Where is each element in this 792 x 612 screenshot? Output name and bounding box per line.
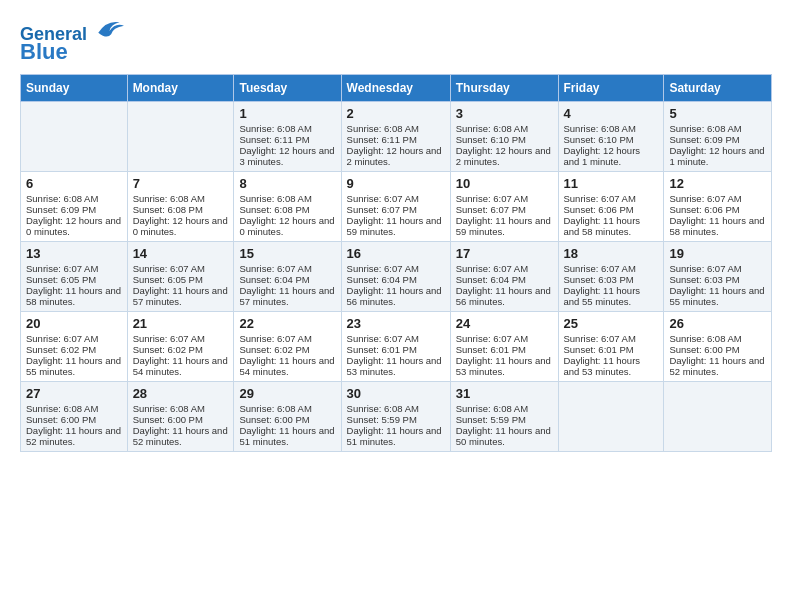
day-cell: 24 Sunrise: 6:07 AM Sunset: 6:01 PM Dayl… xyxy=(450,311,558,381)
day-cell: 7 Sunrise: 6:08 AM Sunset: 6:08 PM Dayli… xyxy=(127,171,234,241)
daylight: Daylight: 12 hours and 3 minutes. xyxy=(239,145,334,167)
daylight: Daylight: 11 hours and 54 minutes. xyxy=(239,355,334,377)
sunrise: Sunrise: 6:07 AM xyxy=(239,333,311,344)
daylight: Daylight: 12 hours and 2 minutes. xyxy=(456,145,551,167)
day-number: 28 xyxy=(133,386,229,401)
daylight: Daylight: 11 hours and 59 minutes. xyxy=(347,215,442,237)
day-number: 8 xyxy=(239,176,335,191)
day-cell: 29 Sunrise: 6:08 AM Sunset: 6:00 PM Dayl… xyxy=(234,381,341,451)
day-number: 14 xyxy=(133,246,229,261)
day-number: 22 xyxy=(239,316,335,331)
daylight: Daylight: 11 hours and 52 minutes. xyxy=(133,425,228,447)
daylight: Daylight: 11 hours and 52 minutes. xyxy=(669,355,764,377)
sunset: Sunset: 6:10 PM xyxy=(456,134,526,145)
daylight: Daylight: 11 hours and 52 minutes. xyxy=(26,425,121,447)
day-number: 23 xyxy=(347,316,445,331)
sunset: Sunset: 6:00 PM xyxy=(239,414,309,425)
day-cell: 3 Sunrise: 6:08 AM Sunset: 6:10 PM Dayli… xyxy=(450,101,558,171)
day-number: 1 xyxy=(239,106,335,121)
header-cell-friday: Friday xyxy=(558,74,664,101)
sunset: Sunset: 6:10 PM xyxy=(564,134,634,145)
day-cell: 12 Sunrise: 6:07 AM Sunset: 6:06 PM Dayl… xyxy=(664,171,772,241)
sunrise: Sunrise: 6:07 AM xyxy=(347,333,419,344)
day-cell xyxy=(21,101,128,171)
sunset: Sunset: 6:07 PM xyxy=(456,204,526,215)
day-number: 18 xyxy=(564,246,659,261)
sunrise: Sunrise: 6:07 AM xyxy=(564,263,636,274)
sunset: Sunset: 6:03 PM xyxy=(669,274,739,285)
day-cell: 15 Sunrise: 6:07 AM Sunset: 6:04 PM Dayl… xyxy=(234,241,341,311)
day-cell: 9 Sunrise: 6:07 AM Sunset: 6:07 PM Dayli… xyxy=(341,171,450,241)
sunset: Sunset: 6:09 PM xyxy=(669,134,739,145)
daylight: Daylight: 11 hours and 56 minutes. xyxy=(456,285,551,307)
sunset: Sunset: 6:05 PM xyxy=(26,274,96,285)
sunset: Sunset: 6:09 PM xyxy=(26,204,96,215)
daylight: Daylight: 11 hours and 58 minutes. xyxy=(26,285,121,307)
daylight: Daylight: 12 hours and 1 minute. xyxy=(564,145,641,167)
day-number: 9 xyxy=(347,176,445,191)
sunrise: Sunrise: 6:08 AM xyxy=(133,193,205,204)
header-cell-monday: Monday xyxy=(127,74,234,101)
header-cell-tuesday: Tuesday xyxy=(234,74,341,101)
day-number: 25 xyxy=(564,316,659,331)
daylight: Daylight: 12 hours and 0 minutes. xyxy=(133,215,228,237)
day-cell: 27 Sunrise: 6:08 AM Sunset: 6:00 PM Dayl… xyxy=(21,381,128,451)
sunset: Sunset: 6:01 PM xyxy=(456,344,526,355)
header-row: SundayMondayTuesdayWednesdayThursdayFrid… xyxy=(21,74,772,101)
header-cell-saturday: Saturday xyxy=(664,74,772,101)
sunrise: Sunrise: 6:08 AM xyxy=(239,403,311,414)
sunrise: Sunrise: 6:07 AM xyxy=(564,333,636,344)
sunrise: Sunrise: 6:07 AM xyxy=(347,263,419,274)
sunrise: Sunrise: 6:07 AM xyxy=(456,263,528,274)
day-number: 19 xyxy=(669,246,766,261)
sunset: Sunset: 6:11 PM xyxy=(239,134,309,145)
day-cell xyxy=(558,381,664,451)
day-cell xyxy=(127,101,234,171)
sunset: Sunset: 6:06 PM xyxy=(564,204,634,215)
sunset: Sunset: 6:03 PM xyxy=(564,274,634,285)
sunrise: Sunrise: 6:08 AM xyxy=(133,403,205,414)
daylight: Daylight: 11 hours and 51 minutes. xyxy=(347,425,442,447)
sunset: Sunset: 6:05 PM xyxy=(133,274,203,285)
week-row-2: 13 Sunrise: 6:07 AM Sunset: 6:05 PM Dayl… xyxy=(21,241,772,311)
sunset: Sunset: 6:07 PM xyxy=(347,204,417,215)
sunrise: Sunrise: 6:07 AM xyxy=(669,193,741,204)
sunrise: Sunrise: 6:07 AM xyxy=(456,333,528,344)
day-number: 7 xyxy=(133,176,229,191)
daylight: Daylight: 11 hours and 53 minutes. xyxy=(564,355,641,377)
sunrise: Sunrise: 6:08 AM xyxy=(26,403,98,414)
sunrise: Sunrise: 6:08 AM xyxy=(669,123,741,134)
sunset: Sunset: 5:59 PM xyxy=(347,414,417,425)
sunrise: Sunrise: 6:08 AM xyxy=(347,123,419,134)
day-number: 30 xyxy=(347,386,445,401)
sunrise: Sunrise: 6:07 AM xyxy=(669,263,741,274)
day-number: 31 xyxy=(456,386,553,401)
day-cell: 2 Sunrise: 6:08 AM Sunset: 6:11 PM Dayli… xyxy=(341,101,450,171)
day-number: 13 xyxy=(26,246,122,261)
sunset: Sunset: 6:00 PM xyxy=(669,344,739,355)
day-cell: 18 Sunrise: 6:07 AM Sunset: 6:03 PM Dayl… xyxy=(558,241,664,311)
day-number: 6 xyxy=(26,176,122,191)
daylight: Daylight: 11 hours and 55 minutes. xyxy=(669,285,764,307)
day-number: 15 xyxy=(239,246,335,261)
sunrise: Sunrise: 6:08 AM xyxy=(669,333,741,344)
sunset: Sunset: 6:06 PM xyxy=(669,204,739,215)
sunrise: Sunrise: 6:08 AM xyxy=(456,403,528,414)
sunrise: Sunrise: 6:07 AM xyxy=(456,193,528,204)
sunrise: Sunrise: 6:07 AM xyxy=(26,263,98,274)
header-cell-sunday: Sunday xyxy=(21,74,128,101)
sunset: Sunset: 6:08 PM xyxy=(133,204,203,215)
sunset: Sunset: 6:04 PM xyxy=(347,274,417,285)
day-cell: 11 Sunrise: 6:07 AM Sunset: 6:06 PM Dayl… xyxy=(558,171,664,241)
sunset: Sunset: 6:02 PM xyxy=(26,344,96,355)
sunrise: Sunrise: 6:07 AM xyxy=(564,193,636,204)
day-cell: 1 Sunrise: 6:08 AM Sunset: 6:11 PM Dayli… xyxy=(234,101,341,171)
sunset: Sunset: 6:01 PM xyxy=(564,344,634,355)
daylight: Daylight: 11 hours and 56 minutes. xyxy=(347,285,442,307)
day-number: 29 xyxy=(239,386,335,401)
day-number: 17 xyxy=(456,246,553,261)
daylight: Daylight: 11 hours and 55 minutes. xyxy=(564,285,641,307)
sunset: Sunset: 6:00 PM xyxy=(133,414,203,425)
sunrise: Sunrise: 6:08 AM xyxy=(347,403,419,414)
sunrise: Sunrise: 6:07 AM xyxy=(133,333,205,344)
